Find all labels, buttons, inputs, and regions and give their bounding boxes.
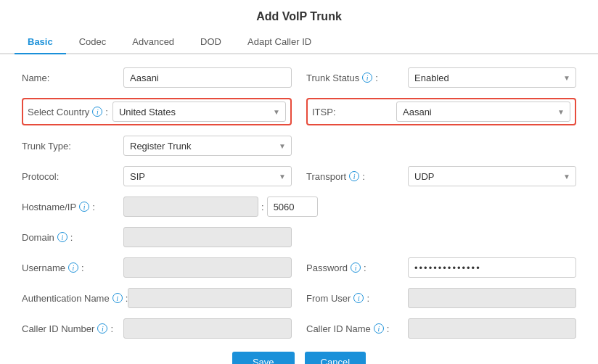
caller-id-number-group: Caller ID Number i: [22,318,292,339]
tabs-bar: Basic Codec Advanced DOD Adapt Caller ID [0,30,598,54]
row-callerid: Caller ID Number i: Caller ID Name i: [22,318,576,339]
caller-id-number-label: Caller ID Number i: [22,323,123,334]
tab-codec[interactable]: Codec [66,30,120,54]
caller-id-number-info-icon: i [97,323,107,334]
name-label: Name: [22,73,123,83]
trunk-status-label: Trunk Status i: [306,73,408,83]
transport-select[interactable]: UDP TCP TLS [408,166,576,186]
domain-input[interactable] [123,227,292,247]
caller-id-name-label: Caller ID Name i: [306,323,408,334]
row-trunk-type: Trunk Type: Register Trunk Peer Trunk ▼ [22,136,576,156]
from-user-group: From User i: [306,288,576,308]
auth-name-input[interactable] [128,288,292,308]
username-input[interactable] [123,257,292,278]
select-country-label: Select Country i: [28,107,108,117]
hostname-input[interactable] [123,197,258,217]
from-user-info-icon: i [353,293,364,303]
protocol-select[interactable]: SIP IAX2 [123,166,292,186]
protocol-select-wrapper: SIP IAX2 ▼ [123,166,292,186]
caller-id-name-info-icon: i [374,323,384,334]
tab-basic[interactable]: Basic [15,30,66,54]
caller-id-number-input[interactable] [123,318,292,339]
domain-group: Domain i: [22,227,292,247]
form-container: Name: Trunk Status i: Enabled Disabled ▼… [0,54,598,364]
select-country-select-wrapper: United States United Kingdom Canada ▼ [112,102,286,122]
username-group: Username i: [22,257,292,278]
auth-name-info-icon: i [112,293,123,303]
auth-name-label: Authentication Name i: [22,293,128,304]
trunk-type-group: Trunk Type: Register Trunk Peer Trunk ▼ [22,136,292,156]
select-country-highlighted: Select Country i: United States United K… [22,98,292,125]
row-auth-from: Authentication Name i: From User i: [22,288,576,308]
cancel-button[interactable]: Cancel [305,352,366,364]
itsp-select[interactable]: Aasani [396,102,570,122]
trunk-type-label: Trunk Type: [22,141,123,152]
auth-name-group: Authentication Name i: [22,288,292,308]
username-info-icon: i [68,262,78,273]
domain-label: Domain i: [22,232,123,243]
tab-adapt-caller-id[interactable]: Adapt Caller ID [234,30,324,54]
page-title: Add VoIP Trunk [0,0,598,30]
from-user-label: From User i: [306,293,408,304]
password-input[interactable] [408,257,576,278]
trunk-status-select-wrapper: Enabled Disabled ▼ [408,67,576,88]
transport-label: Transport i: [306,171,408,182]
tab-advanced[interactable]: Advanced [119,30,187,54]
hostname-info-icon: i [79,202,89,212]
trunk-type-select[interactable]: Register Trunk Peer Trunk [123,136,292,156]
trunk-status-group: Trunk Status i: Enabled Disabled ▼ [306,67,576,88]
transport-select-wrapper: UDP TCP TLS ▼ [408,166,576,186]
row-hostname: Hostname/IP i: : [22,197,576,217]
row-username-password: Username i: Password i: [22,257,576,278]
tab-dod[interactable]: DOD [187,30,234,54]
row-protocol-transport: Protocol: SIP IAX2 ▼ Transport i: UDP TC… [22,166,576,186]
caller-id-name-input[interactable] [408,318,576,339]
password-label: Password i: [306,262,408,273]
port-input[interactable] [267,197,318,217]
trunk-status-info-icon: i [362,73,372,83]
select-country-select[interactable]: United States United Kingdom Canada [112,102,286,122]
trunk-status-select[interactable]: Enabled Disabled [408,67,576,88]
hostname-group: Hostname/IP i: : [22,197,318,217]
username-label: Username i: [22,262,123,273]
itsp-label: ITSP: [312,107,392,117]
hostname-label: Hostname/IP i: [22,202,123,212]
row-country-itsp: Select Country i: United States United K… [22,98,576,125]
row-name-trunk-status: Name: Trunk Status i: Enabled Disabled ▼ [22,67,576,88]
row-domain: Domain i: [22,227,576,247]
from-user-input[interactable] [408,288,576,308]
protocol-label: Protocol: [22,171,123,182]
name-input[interactable] [123,67,292,88]
hostname-port-colon: : [261,202,264,212]
itsp-highlighted: ITSP: Aasani ▼ [306,98,576,125]
itsp-select-wrapper: Aasani ▼ [396,102,570,122]
password-info-icon: i [351,262,361,273]
name-group: Name: [22,67,292,88]
caller-id-name-group: Caller ID Name i: [306,318,576,339]
trunk-type-select-wrapper: Register Trunk Peer Trunk ▼ [123,136,292,156]
save-button[interactable]: Save [232,352,295,364]
transport-info-icon: i [349,171,359,181]
transport-group: Transport i: UDP TCP TLS ▼ [306,166,576,186]
buttons-row: Save Cancel [22,352,576,364]
protocol-group: Protocol: SIP IAX2 ▼ [22,166,292,186]
domain-info-icon: i [57,232,67,242]
password-group: Password i: [306,257,576,278]
select-country-info-icon: i [92,107,102,117]
